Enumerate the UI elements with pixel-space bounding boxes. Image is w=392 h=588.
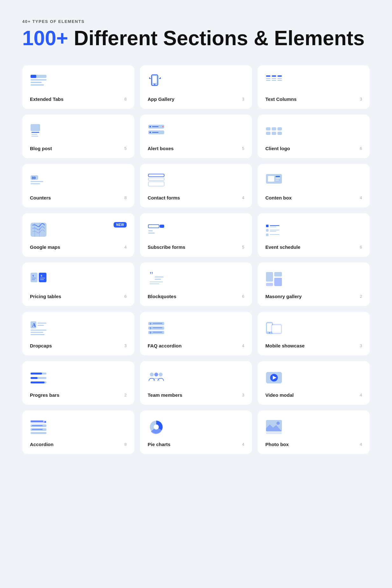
card-blockquotes[interactable]: " Blockquotes6 (140, 262, 252, 306)
svg-rect-50 (270, 227, 276, 227)
svg-rect-34 (31, 183, 40, 184)
card-team-members[interactable]: Team members3 (140, 361, 252, 405)
svg-rect-42 (276, 180, 279, 180)
contact-forms-icon (148, 173, 165, 188)
contact-forms-label: Contact forms (148, 195, 180, 200)
card-video-modal[interactable]: Video modal4 (258, 361, 370, 405)
photo-box-icon (265, 419, 283, 435)
svg-rect-55 (270, 234, 279, 235)
svg-rect-37 (148, 182, 164, 186)
mobile-showcase-count: 3 (360, 343, 362, 348)
svg-rect-10 (266, 80, 270, 81)
subscribe-forms-icon (148, 222, 165, 237)
svg-rect-4 (31, 84, 44, 86)
svg-text:A: A (32, 322, 36, 328)
conten-box-count: 4 (360, 195, 362, 200)
svg-rect-12 (272, 78, 276, 79)
card-text-columns[interactable]: Text Columns3 (258, 65, 370, 109)
text-columns-count: 3 (360, 97, 362, 102)
event-schedule-footer: Event schedule6 (265, 244, 362, 250)
app-gallery-footer: App Gallery3 (148, 96, 244, 102)
svg-rect-113 (32, 429, 43, 430)
svg-rect-39 (268, 176, 274, 182)
svg-rect-44 (148, 225, 159, 228)
card-client-logo[interactable]: Client logo6 (258, 115, 370, 158)
svg-rect-17 (31, 124, 40, 131)
card-contact-forms[interactable]: Contact forms4 (140, 164, 252, 207)
blog-post-icon (30, 123, 47, 139)
progres-bars-label: Progres bars (30, 392, 60, 398)
app-gallery-icon (148, 74, 165, 89)
svg-rect-79 (31, 334, 45, 335)
svg-rect-51 (266, 229, 269, 232)
svg-rect-15 (277, 78, 282, 79)
card-progres-bars[interactable]: Progres bars2 (22, 361, 134, 405)
svg-point-101 (150, 373, 154, 376)
svg-rect-67 (150, 282, 163, 282)
faq-accordion-footer: FAQ accordion4 (148, 343, 244, 348)
card-alert-boxes[interactable]: Alert boxes5 (140, 115, 252, 158)
card-masonry-gallery[interactable]: Masonry gallery2 (258, 262, 370, 306)
svg-rect-78 (31, 332, 43, 333)
card-pie-charts[interactable]: Pie charts4 (140, 410, 252, 454)
card-app-gallery[interactable]: App Gallery3 (140, 65, 252, 109)
svg-rect-60 (39, 273, 46, 282)
card-counters[interactable]: 89 Counters8 (22, 164, 134, 207)
svg-rect-41 (276, 178, 280, 179)
svg-rect-16 (277, 80, 282, 81)
masonry-gallery-count: 2 (360, 294, 362, 299)
accordion-footer: Accordion8 (30, 442, 127, 447)
card-subscribe-forms[interactable]: Subscribe forms5 (140, 213, 252, 257)
svg-rect-21 (162, 126, 164, 127)
card-pricing-tables[interactable]: $ $ Pricing tables6 (22, 262, 134, 306)
masonry-gallery-label: Masonry gallery (265, 294, 302, 299)
masonry-gallery-footer: Masonry gallery2 (265, 294, 362, 299)
svg-rect-94 (272, 325, 281, 333)
svg-rect-53 (270, 231, 276, 232)
card-google-maps[interactable]: Google maps4NEW (22, 213, 134, 257)
page-subtitle: 40+ Types of Elements (22, 19, 370, 24)
event-schedule-icon (265, 222, 283, 237)
card-dropcaps[interactable]: A Dropcaps3 (22, 312, 134, 355)
card-extended-tabs[interactable]: Extended Tabs8 (22, 65, 134, 109)
card-blog-post[interactable]: Blog post5 (22, 115, 134, 158)
card-accordion[interactable]: Accordion8 (22, 410, 134, 454)
contact-forms-count: 4 (242, 195, 244, 200)
card-photo-box[interactable]: Photo box4 (258, 410, 370, 454)
svg-rect-40 (276, 176, 280, 177)
blockquotes-label: Blockquotes (148, 294, 176, 299)
svg-rect-75 (38, 323, 46, 324)
client-logo-count: 6 (360, 146, 362, 151)
svg-text:?: ? (150, 331, 151, 334)
video-modal-footer: Video modal4 (265, 392, 362, 398)
pie-charts-footer: Pie charts4 (148, 442, 244, 447)
accordion-label: Accordion (30, 442, 53, 447)
app-gallery-label: App Gallery (148, 96, 174, 102)
pricing-tables-count: 6 (124, 294, 127, 299)
svg-rect-54 (266, 234, 269, 236)
mobile-showcase-footer: Mobile showcase3 (265, 343, 362, 348)
card-mobile-showcase[interactable]: Mobile showcase3 (258, 312, 370, 355)
svg-rect-66 (155, 279, 161, 280)
team-members-icon (148, 370, 165, 385)
cards-grid: Extended Tabs8 App Gallery3 Text Columns… (22, 65, 370, 454)
svg-rect-33 (31, 181, 43, 182)
progres-bars-count: 2 (124, 393, 127, 397)
svg-rect-71 (274, 278, 282, 286)
event-schedule-label: Event schedule (265, 244, 300, 250)
conten-box-footer: Conten box4 (265, 195, 362, 200)
svg-rect-3 (31, 82, 42, 83)
svg-rect-14 (277, 75, 282, 77)
svg-rect-70 (274, 272, 282, 276)
svg-rect-24 (152, 132, 158, 133)
svg-rect-45 (160, 225, 164, 228)
card-faq-accordion[interactable]: ? ? ? FAQ accordion4 (140, 312, 252, 355)
svg-point-118 (276, 422, 280, 425)
subscribe-forms-label: Subscribe forms (148, 244, 185, 250)
card-event-schedule[interactable]: Event schedule6 (258, 213, 370, 257)
faq-accordion-count: 4 (242, 343, 244, 348)
svg-rect-20 (152, 126, 158, 127)
svg-rect-48 (266, 225, 269, 227)
counters-icon: 89 (30, 173, 47, 188)
card-conten-box[interactable]: Conten box4 (258, 164, 370, 207)
